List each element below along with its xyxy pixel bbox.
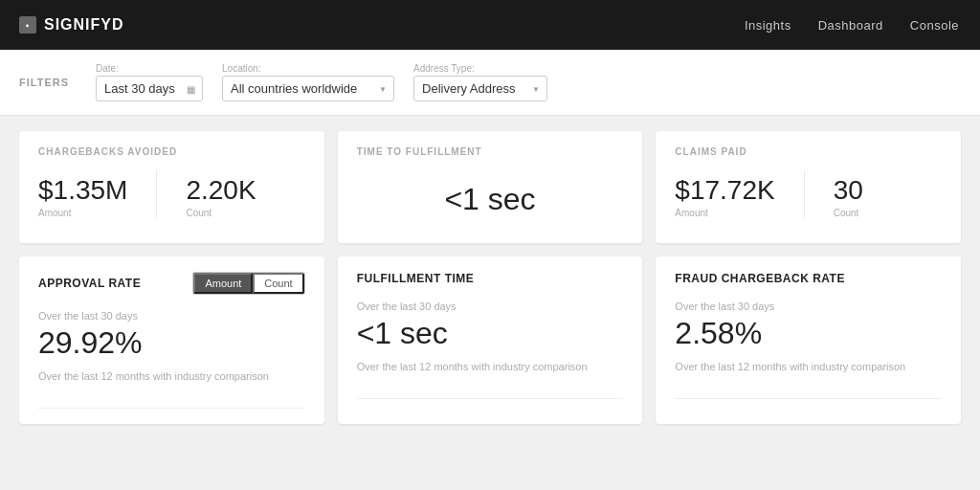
time-to-fulfillment-center: <1 sec xyxy=(357,170,624,228)
toggle-amount-btn[interactable]: Amount xyxy=(193,273,253,294)
filters-label: FILTERS xyxy=(19,77,69,88)
address-type-filter-group: Address Type: Delivery Address xyxy=(413,63,547,101)
chargebacks-avoided-values: $1.35M Amount 2.20K Count xyxy=(38,170,305,218)
logo-icon: ▪ xyxy=(19,16,36,33)
time-to-fulfillment-title: TIME TO FULFILLMENT xyxy=(357,146,624,157)
claims-count-label: Count xyxy=(834,208,863,218)
approval-rate-chart xyxy=(38,390,305,409)
bottom-cards-row: APPROVAL RATE Amount Count Over the last… xyxy=(19,256,961,424)
fraud-chargeback-rate-value: 2.58% xyxy=(675,316,942,351)
date-filter-select[interactable]: Last 30 days xyxy=(96,76,203,101)
fulfillment-time-header: FULFILLMENT TIME xyxy=(357,272,624,285)
address-type-filter-label: Address Type: xyxy=(413,63,547,74)
address-type-filter-select[interactable]: Delivery Address xyxy=(413,76,547,101)
top-cards-row: CHARGEBACKS AVOIDED $1.35M Amount 2.20K … xyxy=(19,131,961,243)
approval-rate-comparison: Over the last 12 months with industry co… xyxy=(38,370,305,382)
chargebacks-divider xyxy=(156,170,157,218)
chargebacks-count-label: Count xyxy=(186,208,256,218)
claims-paid-title: CLAIMS PAID xyxy=(675,146,942,157)
fraud-chargeback-rate-comparison: Over the last 12 months with industry co… xyxy=(675,361,942,372)
chargebacks-amount-label: Amount xyxy=(38,208,127,218)
logo-text: SIGNIFYD xyxy=(44,16,124,33)
claims-amount-group: $17.72K Amount xyxy=(675,177,774,218)
claims-amount-label: Amount xyxy=(675,208,774,218)
main-content: CHARGEBACKS AVOIDED $1.35M Amount 2.20K … xyxy=(0,116,980,439)
approval-rate-title: APPROVAL RATE xyxy=(38,277,141,290)
fraud-chargeback-rate-title: FRAUD CHARGEBACK RATE xyxy=(675,272,845,285)
chargebacks-count-group: 2.20K Count xyxy=(186,177,256,218)
location-filter-group: Location: All countries worldwide xyxy=(222,63,394,101)
claims-divider xyxy=(804,170,805,218)
chargebacks-count-value: 2.20K xyxy=(186,177,256,204)
fulfillment-time-value: <1 sec xyxy=(357,316,624,351)
location-filter-label: Location: xyxy=(222,63,394,74)
time-to-fulfillment-value: <1 sec xyxy=(444,182,535,217)
approval-rate-toggle: Amount Count xyxy=(192,272,304,295)
claims-paid-card: CLAIMS PAID $17.72K Amount 30 Count xyxy=(656,131,961,243)
fraud-chargeback-rate-chart xyxy=(675,380,942,399)
fraud-chargeback-rate-card: FRAUD CHARGEBACK RATE Over the last 30 d… xyxy=(656,256,961,424)
fulfillment-time-title: FULFILLMENT TIME xyxy=(357,272,475,285)
fulfillment-time-chart xyxy=(357,380,624,399)
fulfillment-time-period: Over the last 30 days xyxy=(357,301,624,312)
fulfillment-time-comparison: Over the last 12 months with industry co… xyxy=(357,361,624,372)
chargebacks-amount-value: $1.35M xyxy=(38,177,127,204)
date-filter-group: Date: Last 30 days xyxy=(96,63,203,101)
fraud-chargeback-rate-header: FRAUD CHARGEBACK RATE xyxy=(675,272,942,285)
nav-dashboard[interactable]: Dashboard xyxy=(816,14,885,36)
nav-insights[interactable]: Insights xyxy=(743,14,793,36)
fulfillment-time-card: FULFILLMENT TIME Over the last 30 days <… xyxy=(338,256,643,424)
toggle-count-btn[interactable]: Count xyxy=(253,273,303,294)
filters-bar: FILTERS Date: Last 30 days Location: All… xyxy=(0,50,980,116)
approval-rate-card: APPROVAL RATE Amount Count Over the last… xyxy=(19,256,324,424)
location-filter-select[interactable]: All countries worldwide xyxy=(222,76,394,101)
time-to-fulfillment-card: TIME TO FULFILLMENT <1 sec xyxy=(338,131,643,243)
approval-rate-value: 29.92% xyxy=(38,325,305,361)
claims-count-value: 30 xyxy=(834,177,863,204)
chargebacks-amount-group: $1.35M Amount xyxy=(38,177,127,218)
nav: Insights Dashboard Console xyxy=(743,14,961,36)
claims-count-group: 30 Count xyxy=(834,177,863,218)
address-type-filter-wrap: Delivery Address xyxy=(413,76,547,101)
date-filter-label: Date: xyxy=(96,63,203,74)
location-filter-wrap: All countries worldwide xyxy=(222,76,394,101)
approval-rate-period: Over the last 30 days xyxy=(38,310,305,322)
date-filter-wrap: Last 30 days xyxy=(96,76,203,101)
nav-console[interactable]: Console xyxy=(908,14,961,36)
logo: ▪ SIGNIFYD xyxy=(19,16,124,33)
header: ▪ SIGNIFYD Insights Dashboard Console xyxy=(0,0,980,50)
chargebacks-avoided-card: CHARGEBACKS AVOIDED $1.35M Amount 2.20K … xyxy=(19,131,324,243)
claims-amount-value: $17.72K xyxy=(675,177,774,204)
fraud-chargeback-rate-period: Over the last 30 days xyxy=(675,301,942,312)
claims-paid-values: $17.72K Amount 30 Count xyxy=(675,170,942,218)
approval-rate-header: APPROVAL RATE Amount Count xyxy=(38,272,305,295)
chargebacks-avoided-title: CHARGEBACKS AVOIDED xyxy=(38,146,305,157)
